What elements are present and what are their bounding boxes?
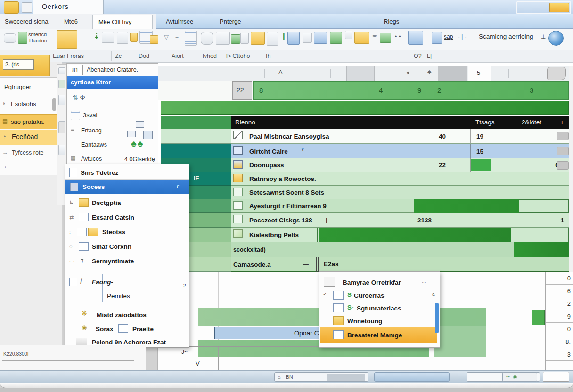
- sheet-icon[interactable]: [330, 32, 342, 44]
- scrollbar-thumb[interactable]: [557, 147, 569, 155]
- strip-icon[interactable]: [58, 80, 65, 88]
- minimize-button[interactable]: [549, 3, 569, 12]
- status-zoom-slider[interactable]: [374, 372, 450, 382]
- plus-icon[interactable]: ⊥: [541, 33, 546, 40]
- column-cell-shaded[interactable]: [346, 66, 375, 81]
- left-panel-item-highlight[interactable]: ◔ Eceñóad: [0, 130, 58, 145]
- chevron-down-icon[interactable]: ∨: [152, 158, 155, 163]
- scroll-corner-icon[interactable]: [547, 67, 566, 80]
- box-icon[interactable]: [303, 33, 312, 43]
- small-icon[interactable]: [345, 31, 352, 39]
- tab-avtuirrsee[interactable]: Avtuirrsee: [166, 18, 193, 25]
- table-row[interactable]: scockxltad): [231, 242, 569, 257]
- name-box[interactable]: 2. (rls: [0, 55, 50, 76]
- slicer-icon[interactable]: [240, 33, 249, 44]
- border-icon[interactable]: [102, 32, 114, 43]
- row-header-cell[interactable]: 22: [232, 81, 252, 100]
- scrollbar-thumb[interactable]: [52, 98, 56, 111]
- cell-style-icon[interactable]: [150, 35, 158, 44]
- sort-icons[interactable]: ⇅ Φ: [73, 94, 85, 101]
- column-cell-selected[interactable]: 5: [468, 66, 491, 82]
- menu-item[interactable]: ❋ Miatd zaiodattos: [65, 308, 189, 322]
- tool-panel-tab[interactable]: 81: [69, 65, 83, 75]
- filter-icon[interactable]: ▽: [164, 33, 169, 41]
- status-gray-block[interactable]: [327, 374, 365, 381]
- table-header-row[interactable]: Rienno Ttsags 2&lötet +: [231, 116, 569, 129]
- column-letter[interactable]: A: [278, 69, 283, 76]
- list-icon[interactable]: [185, 31, 197, 46]
- scrollbar-thumb[interactable]: [557, 161, 569, 170]
- scrollbar-thumb[interactable]: [557, 132, 569, 140]
- strip-icon[interactable]: [58, 95, 65, 105]
- tab-active[interactable]: Mke CllfTivy: [92, 15, 153, 29]
- number-cell[interactable]: 0: [546, 272, 573, 285]
- pen-icon[interactable]: ✒: [372, 33, 377, 40]
- pivot-icon[interactable]: [231, 34, 240, 44]
- column-cell-gray[interactable]: [438, 66, 467, 81]
- doc-icon[interactable]: [267, 32, 278, 46]
- menu-item[interactable]: ◉ Sorax Praelte: [65, 322, 189, 336]
- equals-icon[interactable]: =: [175, 33, 179, 40]
- menu-item[interactable]: ◌ Smaf Corxnn: [65, 239, 189, 253]
- back-arrow-icon[interactable]: ←: [3, 163, 9, 170]
- status-right-box[interactable]: [543, 372, 569, 382]
- menu-item[interactable]: ▭ ⁊ Sermyntimate: [65, 254, 189, 268]
- highlight-icon[interactable]: [251, 32, 265, 45]
- sap-label[interactable]: sap: [444, 33, 453, 40]
- column-header-strip[interactable]: A ◄ ◆ 5: [158, 66, 573, 81]
- tab-pnterge[interactable]: Pnterge: [220, 18, 241, 25]
- left-panel-item-highlight[interactable]: ▤ sao grataka.: [0, 114, 58, 129]
- menu-item[interactable]: : Steotss: [65, 225, 189, 239]
- paste-icon[interactable]: [18, 32, 27, 44]
- menu-item[interactable]: ƒ Faong-: [65, 275, 189, 289]
- sort-down-icon[interactable]: ⇣: [93, 32, 99, 41]
- chart-icon[interactable]: [216, 32, 230, 45]
- status-tools-button[interactable]: ❧–◉: [502, 372, 537, 382]
- first-col-cell[interactable]: [161, 129, 231, 144]
- menu-item-selected[interactable]: Socess r: [65, 180, 189, 194]
- format-painter-icon[interactable]: [57, 30, 77, 49]
- shape-icon[interactable]: [201, 32, 213, 45]
- app-icon[interactable]: [4, 1, 19, 14]
- fill-icon[interactable]: [130, 33, 138, 42]
- menu-header[interactable]: Sms Tdetrez: [65, 165, 189, 180]
- left-panel-item[interactable]: ◗ Esolaohs: [0, 98, 58, 111]
- window-icon[interactable]: [287, 32, 300, 45]
- number-cell[interactable]: 3: [546, 348, 573, 361]
- strip-icon[interactable]: [58, 121, 65, 133]
- context-menu-item[interactable]: Bamyrae Orretrkfar ⋯: [320, 276, 437, 288]
- tool-panel-row[interactable]: Eantaaws: [67, 139, 119, 152]
- number-cell[interactable]: 8.: [546, 335, 573, 348]
- table-row[interactable]: Paal Misbncar Eansoygisa 40 19: [231, 129, 569, 144]
- sap-icon[interactable]: [432, 32, 442, 44]
- name-box-field[interactable]: 2. (rls: [3, 59, 34, 70]
- tool-panel-row[interactable]: ≡ Ertaoag: [67, 125, 119, 138]
- undo-icon[interactable]: [4, 33, 16, 43]
- table-row[interactable]: Pocczeot Ciskgs 138 | 2138 1: [231, 213, 569, 228]
- table-row[interactable]: Setesawnst Soent 8 Sets: [231, 186, 569, 199]
- copy-icon[interactable]: [117, 32, 128, 44]
- number-cell[interactable]: 0: [546, 323, 573, 335]
- table-row[interactable]: Kialestbng Pelts: [231, 228, 569, 242]
- tab-rlegs[interactable]: Rlegs: [384, 18, 399, 25]
- first-col-cell[interactable]: [161, 144, 231, 158]
- tab-mte6[interactable]: Mte6: [64, 18, 78, 25]
- save-icon[interactable]: [22, 2, 32, 13]
- table-row[interactable]: Ayesturgit r Filtinarrean 9: [231, 199, 569, 213]
- strip-icon[interactable]: [58, 67, 65, 74]
- context-menu-scrollbar[interactable]: [435, 303, 439, 333]
- tab-file[interactable]: Swocered siena: [5, 18, 49, 25]
- menu-item[interactable]: ↳ Dsctgptia: [65, 196, 189, 210]
- context-menu-item[interactable]: ✓ S Curoerras a: [320, 289, 437, 302]
- view-icon[interactable]: [408, 31, 423, 45]
- table-row-selected[interactable]: Girtcht Calre ∨ 15 9: [231, 144, 569, 158]
- green-bar-icon[interactable]: ❙: [281, 32, 287, 40]
- menu-item[interactable]: Pemites: [65, 289, 189, 303]
- number-cell[interactable]: 6: [546, 285, 573, 297]
- search-label[interactable]: Scamicng aerrioing: [479, 33, 533, 40]
- mini-cell-j[interactable]: J~: [181, 349, 188, 355]
- status-button-views[interactable]: ⌂ BN: [274, 372, 368, 382]
- table-row[interactable]: Ratnrsoy a Rowoctos.: [231, 172, 569, 186]
- mini-cell-v[interactable]: V: [196, 360, 200, 367]
- chevron-down-icon[interactable]: ∨: [301, 147, 304, 152]
